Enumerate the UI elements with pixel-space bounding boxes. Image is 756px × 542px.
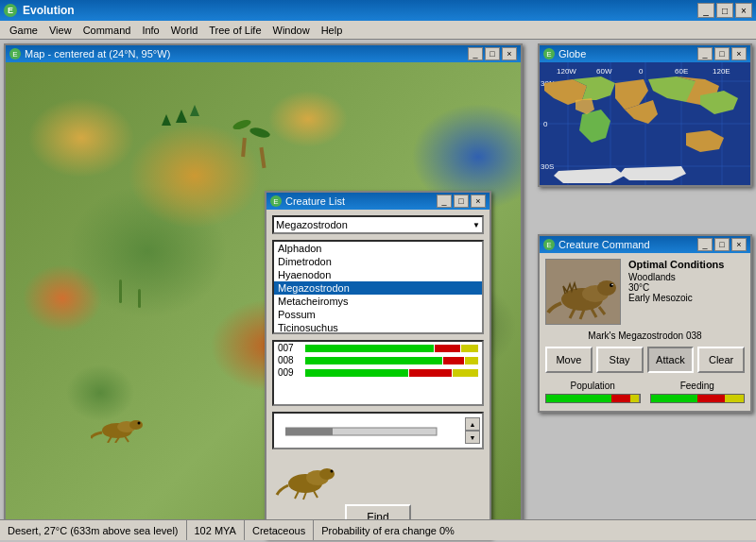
probability-status: Probability of era change 0%	[314, 520, 462, 540]
scroll-up-button[interactable]: ▲	[465, 417, 480, 431]
list-item-alphadon[interactable]: Alphadon	[274, 242, 482, 255]
command-title-bar: E Creature Command _ □ ×	[540, 236, 750, 253]
temperature-value: 30°C	[628, 282, 745, 293]
globe-minimize[interactable]: _	[697, 47, 713, 60]
creature-display: Optimal Conditions Woodlands 30°C Early …	[545, 259, 745, 325]
globe-title-bar: E Globe _ □ ×	[540, 45, 750, 62]
list-item-metacheiromys[interactable]: Metacheiromys	[274, 295, 482, 308]
terrain-text: Desert, 27°C (633m above sea level)	[8, 525, 179, 536]
creature-list-close[interactable]: ×	[471, 195, 486, 208]
list-item-dimetrodon[interactable]: Dimetrodon	[274, 255, 482, 268]
feeding-bar-red	[697, 395, 726, 402]
era-text: Cretaceous	[252, 525, 305, 536]
menu-window[interactable]: Window	[267, 24, 316, 37]
globe-map-svg: 120W 60W 0 60E 120E 30N 0 30S	[540, 62, 750, 185]
tree-2	[190, 105, 199, 116]
list-creature-svg	[272, 453, 338, 500]
svg-text:0: 0	[639, 67, 644, 76]
feeding-bar	[650, 394, 746, 403]
bars-008-container	[305, 357, 478, 364]
command-content: Optimal Conditions Woodlands 30°C Early …	[540, 253, 750, 411]
globe-window-icon: E	[543, 48, 555, 59]
bars-row-008: 008	[274, 354, 482, 366]
cactus-1	[119, 279, 122, 303]
command-minimize[interactable]: _	[697, 238, 713, 251]
creature-list-box[interactable]: Alphadon Dimetrodon Hyaenodon Megazostro…	[272, 240, 484, 334]
bars-section: Population Feeding	[545, 381, 745, 405]
svg-point-2	[129, 420, 143, 430]
list-item-ticinosuchus[interactable]: Ticinosuchus	[274, 321, 482, 334]
creature-list-minimize[interactable]: _	[437, 195, 452, 208]
time-status: 102 MYA	[187, 520, 245, 540]
globe-window-title: Globe	[558, 48, 586, 59]
feeding-bar-green	[651, 395, 697, 402]
menu-help[interactable]: Help	[316, 24, 349, 37]
bars-row-007: 007	[274, 342, 482, 354]
globe-content: 120W 60W 0 60E 120E 30N 0 30S	[540, 62, 750, 185]
optimal-title: Optimal Conditions	[628, 259, 745, 270]
cactus-2	[138, 289, 141, 308]
attack-button[interactable]: Attack	[647, 347, 695, 373]
scroll-down-button[interactable]: ▼	[465, 431, 480, 444]
globe-close[interactable]: ×	[731, 47, 747, 60]
habitat-value: Woodlands	[628, 272, 745, 282]
bar-007-green	[305, 345, 434, 352]
creature-bars-list: 007 008 009	[272, 340, 484, 406]
svg-point-39	[597, 280, 616, 296]
svg-text:60E: 60E	[675, 67, 688, 76]
maximize-button[interactable]: □	[716, 3, 733, 18]
bar-008-green	[305, 357, 442, 364]
svg-text:0: 0	[543, 120, 548, 128]
menu-tree-of-life[interactable]: Tree of Life	[203, 24, 266, 37]
command-close[interactable]: ×	[731, 238, 747, 251]
tree-1	[176, 110, 187, 123]
menu-world[interactable]: World	[165, 24, 204, 37]
menu-command[interactable]: Command	[77, 24, 137, 37]
map-maximize[interactable]: □	[485, 47, 500, 60]
svg-text:60W: 60W	[596, 67, 612, 76]
probability-text: Probability of era change 0%	[321, 525, 455, 536]
population-label: Population	[545, 381, 641, 391]
bar-009-red	[409, 369, 452, 377]
minimize-button[interactable]: _	[697, 3, 714, 18]
bars-row-009: 009	[274, 366, 482, 379]
creature-list-maximize[interactable]: □	[454, 195, 469, 208]
list-scroll-svg	[285, 415, 455, 448]
menu-view[interactable]: View	[43, 24, 77, 37]
title-controls: _ □ ×	[697, 3, 752, 18]
menu-game[interactable]: Game	[4, 24, 43, 37]
command-maximize[interactable]: □	[714, 238, 730, 251]
svg-text:120W: 120W	[557, 67, 576, 76]
map-minimize[interactable]: _	[468, 47, 483, 60]
bars-009-container	[305, 369, 478, 377]
title-bar: E Evolution _ □ ×	[0, 0, 756, 21]
move-button[interactable]: Move	[545, 347, 593, 373]
app-title: Evolution	[23, 4, 75, 17]
list-item-hyaenodon[interactable]: Hyaenodon	[274, 268, 482, 281]
population-bar-red	[611, 395, 630, 402]
svg-line-4	[108, 436, 112, 443]
feeding-label: Feeding	[650, 381, 746, 391]
stay-button[interactable]: Stay	[596, 347, 644, 373]
menu-info[interactable]: Info	[136, 24, 164, 37]
clear-button[interactable]: Clear	[697, 347, 745, 373]
svg-marker-34	[620, 166, 686, 180]
creature-dropdown[interactable]: Megazostrodon ▼	[272, 215, 484, 234]
list-item-possum[interactable]: Possum	[274, 308, 482, 321]
map-title-bar: E Map - centered at (24°N, 95°W) _ □ ×	[6, 45, 521, 62]
svg-text:30S: 30S	[541, 162, 554, 171]
map-close[interactable]: ×	[502, 47, 517, 60]
feeding-group: Feeding	[650, 381, 746, 405]
globe-maximize[interactable]: □	[714, 47, 730, 60]
bar-008-yellow	[465, 357, 478, 364]
close-button[interactable]: ×	[735, 3, 752, 18]
population-bar-yellow	[630, 395, 640, 402]
tree-3	[162, 114, 171, 126]
globe-window: E Globe _ □ ×	[538, 43, 752, 187]
list-creature-area	[272, 453, 484, 500]
list-item-megazostrodon[interactable]: Megazostrodon	[274, 281, 482, 295]
terrain-status: Desert, 27°C (633m above sea level)	[0, 520, 187, 540]
svg-line-55	[314, 491, 318, 498]
list-content: Megazostrodon ▼ Alphadon Dimetrodon Hyae…	[266, 210, 490, 536]
command-window-icon: E	[543, 239, 555, 250]
